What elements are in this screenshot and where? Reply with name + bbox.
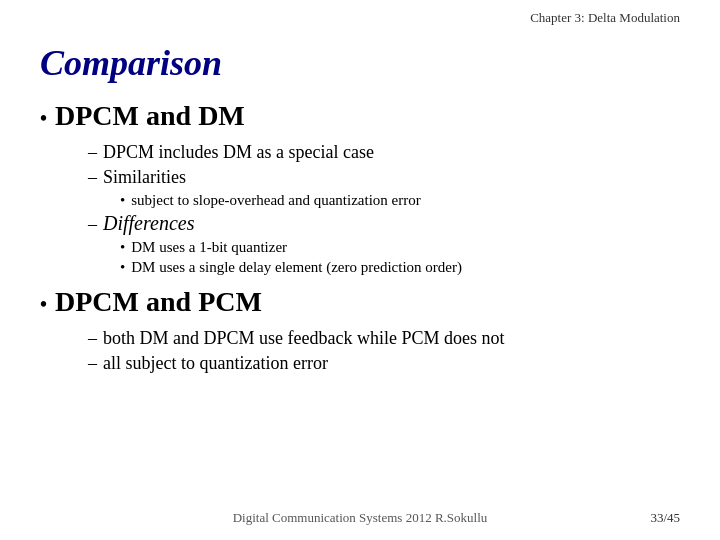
section-dpcm-dm: • DPCM and DM – DPCM includes DM as a sp… — [40, 100, 680, 276]
sub-item-similarities: – Similarities — [88, 167, 680, 188]
sub-item-feedback: – both DM and DPCM use feedback while PC… — [88, 328, 680, 349]
bullet-symbol-2: • — [40, 293, 47, 316]
sub-sub-similarities-1: • subject to slope-overhead and quantiza… — [120, 192, 680, 209]
main-bullet-2: • DPCM and PCM — [40, 286, 680, 318]
sub-sub-differences-1-text: DM uses a 1-bit quantizer — [131, 239, 287, 256]
slide-title: Comparison — [40, 42, 680, 84]
sub-sub-bullet-2: • — [120, 239, 125, 256]
sub-item-special-case-text: DPCM includes DM as a special case — [103, 142, 374, 163]
sub-sub-bullet-1: • — [120, 192, 125, 209]
slide-container: Chapter 3: Delta Modulation Comparison •… — [0, 0, 720, 540]
sub-item-similarities-text: Similarities — [103, 167, 186, 188]
dash-4: – — [88, 328, 97, 349]
sub-item-differences: – Differences — [88, 212, 680, 235]
section-dpcm-pcm: • DPCM and PCM – both DM and DPCM use fe… — [40, 286, 680, 374]
dash-3: – — [88, 214, 97, 235]
dash-1: – — [88, 142, 97, 163]
sub-sub-differences-2: • DM uses a single delay element (zero p… — [120, 259, 680, 276]
sub-item-special-case: – DPCM includes DM as a special case — [88, 142, 680, 163]
footer-credit: Digital Communication Systems 2012 R.Sok… — [233, 510, 488, 526]
footer-page: 33/45 — [650, 510, 680, 526]
sub-sub-differences-1: • DM uses a 1-bit quantizer — [120, 239, 680, 256]
sub-sub-differences-2-text: DM uses a single delay element (zero pre… — [131, 259, 462, 276]
dash-2: – — [88, 167, 97, 188]
dash-5: – — [88, 353, 97, 374]
sub-sub-bullet-3: • — [120, 259, 125, 276]
sub-item-quant-error: – all subject to quantization error — [88, 353, 680, 374]
main-bullet-1: • DPCM and DM — [40, 100, 680, 132]
slide-header: Chapter 3: Delta Modulation — [40, 0, 680, 32]
sub-sub-similarities-1-text: subject to slope-overhead and quantizati… — [131, 192, 420, 209]
sub-item-feedback-text: both DM and DPCM use feedback while PCM … — [103, 328, 504, 349]
footer: Digital Communication Systems 2012 R.Sok… — [0, 510, 720, 526]
bullet-symbol-1: • — [40, 107, 47, 130]
header-title: Chapter 3: Delta Modulation — [530, 10, 680, 25]
main-bullet-1-label: DPCM and DM — [55, 100, 245, 132]
sub-item-differences-text: Differences — [103, 212, 194, 235]
sub-item-quant-error-text: all subject to quantization error — [103, 353, 328, 374]
main-bullet-2-label: DPCM and PCM — [55, 286, 262, 318]
